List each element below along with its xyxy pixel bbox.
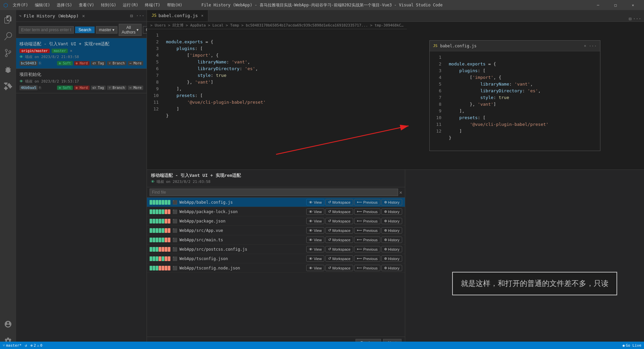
panel-menu-button[interactable]: ··· [137, 12, 144, 19]
soft-tag-1[interactable]: ⊕ Soft [57, 86, 72, 90]
preview-more-icon[interactable]: ··· [589, 43, 597, 48]
history-btn-3[interactable]: ⊕ History [381, 227, 402, 234]
origin-badge-0: origin/master [19, 49, 50, 53]
view-btn-2[interactable]: 👁 View [306, 218, 324, 224]
history-btn-4[interactable]: ⊕ History [381, 237, 402, 243]
file-row-5[interactable]: ⬛ WebApp/src/postcss.config.js 👁 View ↺ … [147, 245, 405, 254]
tag-tag-0[interactable]: 🏷 Tag [91, 61, 106, 65]
history-btn-1[interactable]: ⊕ History [381, 208, 402, 215]
view-btn-0[interactable]: 👁 View [306, 199, 324, 205]
history-btn-2[interactable]: ⊕ History [381, 218, 402, 224]
workspace-btn-3[interactable]: ↺ Workspace [325, 227, 353, 234]
history-btn-6[interactable]: ⊕ History [381, 255, 402, 262]
editor-action-split[interactable]: ⊟ [629, 16, 631, 21]
activity-extensions[interactable] [0, 79, 16, 95]
history-btn-7[interactable]: ⊕ History [381, 265, 402, 271]
activity-source-control[interactable] [0, 45, 16, 61]
previous-btn-1[interactable]: ⟵ Previous [354, 208, 380, 215]
file-row-4[interactable]: ⬛ WebApp/src/main.ts 👁 View ↺ Workspace … [147, 235, 405, 245]
close-button[interactable]: ✕ [625, 0, 641, 10]
code-content[interactable]: module.exports = { plugins: [ ['import',… [162, 29, 407, 169]
branch-status[interactable]: ⑂ master* [3, 343, 21, 348]
line-num-6: 6 [147, 65, 162, 72]
line-num-11: 11 [147, 99, 162, 106]
branch-tag-0[interactable]: ⑂ Branch [107, 61, 126, 65]
file-search-input[interactable] [150, 189, 398, 196]
hard-tag-1[interactable]: ⊗ Hard [74, 86, 90, 90]
file-row-7[interactable]: ⬛ WebApp/tsconfig.node.json 👁 View ↺ Wor… [147, 263, 405, 273]
activity-user[interactable] [0, 316, 16, 332]
menu-view[interactable]: 查看(V) [77, 2, 96, 8]
editor-action-more[interactable]: ··· [633, 16, 641, 21]
previous-icon-0: ⟵ [357, 200, 362, 204]
commit-item-0[interactable]: 移动端适配 - 引入Vant UI + 实现rem适配 origin/maste… [16, 38, 147, 69]
errors-status[interactable]: ⊗ 2 ⚠ 0 [31, 343, 43, 348]
previous-btn-5[interactable]: ⟵ Previous [354, 246, 380, 252]
activity-search[interactable] [0, 28, 16, 44]
history-btn-0[interactable]: ⊕ History [381, 199, 402, 205]
menu-select[interactable]: 选择(S) [55, 2, 74, 8]
close-badge-0[interactable]: ✕ [70, 48, 72, 53]
workspace-btn-1[interactable]: ↺ Workspace [325, 208, 353, 215]
file-actions-5: 👁 View ↺ Workspace ⟵ Previous ⊕ History [306, 246, 402, 252]
previous-btn-6[interactable]: ⟵ Previous [354, 255, 380, 262]
tab-close-babel[interactable]: ✕ [201, 13, 204, 18]
minimize-button[interactable]: ─ [590, 0, 606, 10]
branch-tag-1[interactable]: ⑂ Branch [107, 86, 126, 90]
copy-hash-icon-1[interactable]: ⎘ [39, 86, 41, 90]
previous-btn-2[interactable]: ⟵ Previous [354, 218, 380, 224]
previous-btn-4[interactable]: ⟵ Previous [354, 237, 380, 243]
more-tag-0[interactable]: ⋯ More [128, 61, 143, 65]
previous-btn-3[interactable]: ⟵ Previous [354, 227, 380, 234]
preview-close-icon[interactable]: ✕ [584, 44, 586, 48]
workspace-btn-0[interactable]: ↺ Workspace [325, 199, 353, 205]
file-row-3[interactable]: ⬛ WebApp/src/App.vue 👁 View ↺ Workspace … [147, 226, 405, 235]
hard-tag-0[interactable]: ⊗ Hard [74, 61, 90, 65]
workspace-btn-2[interactable]: ↺ Workspace [325, 218, 353, 224]
menu-file[interactable]: 文件(F) [11, 2, 30, 8]
menu-terminal[interactable]: 终端(T) [143, 2, 162, 8]
file-row-0[interactable]: ⬛ WebApp/babel.config.js 👁 View ↺ Worksp… [147, 198, 405, 207]
workspace-btn-4[interactable]: ↺ Workspace [325, 237, 353, 243]
tab-babel-config[interactable]: JS babel.config.js ✕ [147, 10, 208, 21]
workspace-icon-0: ↺ [328, 200, 331, 204]
previous-btn-7[interactable]: ⟵ Previous [354, 265, 380, 271]
workspace-btn-5[interactable]: ↺ Workspace [325, 246, 353, 252]
view-btn-6[interactable]: 👁 View [306, 255, 324, 262]
history-btn-5[interactable]: ⊕ History [381, 246, 402, 252]
close-panel-icon[interactable]: ✕ [82, 13, 85, 18]
file-search-close-icon[interactable]: ✕ [399, 190, 402, 195]
maximize-button[interactable]: □ [608, 0, 623, 10]
go-live-button[interactable]: ◉ Go Live [623, 343, 641, 348]
authors-dropdown[interactable]: All Authors ▾ [119, 24, 142, 36]
previous-btn-0[interactable]: ⟵ Previous [354, 199, 380, 205]
view-btn-4[interactable]: 👁 View [306, 237, 324, 243]
branch-dropdown[interactable]: master ▾ [96, 26, 117, 34]
copy-hash-icon-0[interactable]: ⎘ [39, 61, 41, 65]
activity-debug[interactable] [0, 62, 16, 78]
view-btn-5[interactable]: 👁 View [306, 246, 324, 252]
branch-name: master* [6, 343, 21, 348]
soft-tag-0[interactable]: ⊕ Soft [57, 61, 72, 65]
commit-title-0: 移动端适配 - 引入Vant UI + 实现rem适配 [19, 41, 143, 47]
view-btn-1[interactable]: 👁 View [306, 208, 324, 215]
view-btn-3[interactable]: 👁 View [306, 227, 324, 234]
file-row-2[interactable]: ⬛ WebApp/package.json 👁 View ↺ Workspace… [147, 216, 405, 226]
workspace-btn-7[interactable]: ↺ Workspace [325, 265, 353, 271]
menu-run[interactable]: 运行(R) [121, 2, 140, 8]
file-row-6[interactable]: ⬛ WebApp/tsconfig.json 👁 View ↺ Workspac… [147, 254, 405, 263]
sync-status[interactable]: ↺ [25, 343, 27, 348]
menu-edit[interactable]: 编辑(E) [33, 2, 52, 8]
tag-tag-1[interactable]: 🏷 Tag [91, 86, 106, 90]
commit-item-1[interactable]: 项目初始化 👁 喵叔 on 2023/8/2 19:53:17 46b0aa5 … [16, 69, 147, 93]
activity-explorer[interactable] [0, 11, 16, 28]
menu-goto[interactable]: 转到(G) [99, 2, 118, 8]
layout-toggle-button[interactable]: ⊟ [128, 12, 135, 19]
file-row-1[interactable]: ⬛ WebApp/package-lock.json 👁 View ↺ Work… [147, 207, 405, 216]
search-input[interactable] [19, 26, 74, 34]
view-btn-7[interactable]: 👁 View [306, 265, 324, 271]
workspace-btn-6[interactable]: ↺ Workspace [325, 255, 353, 262]
more-tag-1[interactable]: ⋯ More [128, 86, 143, 90]
search-button[interactable]: Search [75, 27, 95, 33]
menu-help[interactable]: 帮助(H) [165, 2, 184, 8]
